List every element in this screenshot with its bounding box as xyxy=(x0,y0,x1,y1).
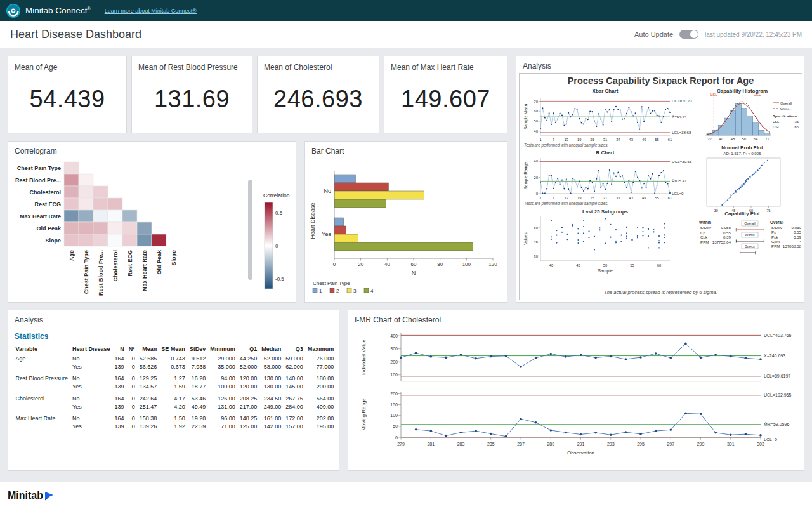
svg-text:150: 150 xyxy=(390,402,398,407)
table-row: Yes1390134.571.5918.77100.00120.00130.00… xyxy=(13,383,336,391)
svg-text:299: 299 xyxy=(697,442,705,446)
svg-text:40: 40 xyxy=(534,159,538,163)
svg-text:UCL=403.766: UCL=403.766 xyxy=(764,333,792,338)
svg-text:37: 37 xyxy=(616,196,620,200)
svg-text:40: 40 xyxy=(719,137,723,141)
svg-text:PPM: PPM xyxy=(700,240,709,244)
svg-text:R Chart: R Chart xyxy=(596,150,615,155)
table-row: Max Heart RateNo1640158.381.5019.2096.00… xyxy=(13,411,336,423)
svg-text:7: 7 xyxy=(553,196,554,200)
svg-text:Rest Blood Pre...: Rest Blood Pre... xyxy=(98,250,104,296)
svg-text:UCL=39.66: UCL=39.66 xyxy=(672,159,692,164)
svg-text:31: 31 xyxy=(603,196,607,200)
svg-text:StDev: StDev xyxy=(771,225,783,230)
table-row: AgeNo164052.5850.7439.51229.00044.25052.… xyxy=(13,354,336,363)
svg-text:-0.5: -0.5 xyxy=(275,276,284,282)
minitab-connect-logo xyxy=(6,4,20,18)
correlogram-scrollbar[interactable] xyxy=(248,180,252,280)
svg-text:Sample Mean: Sample Mean xyxy=(523,104,528,129)
svg-text:301: 301 xyxy=(727,442,735,446)
svg-text:49: 49 xyxy=(642,138,646,142)
svg-text:9.039: 9.039 xyxy=(792,225,802,230)
svg-text:Moving Range: Moving Range xyxy=(361,398,367,431)
svg-text:1: 1 xyxy=(319,288,322,294)
svg-text:64: 64 xyxy=(754,137,758,141)
svg-text:281: 281 xyxy=(427,442,435,446)
svg-text:289: 289 xyxy=(547,442,554,446)
svg-text:LSL: LSL xyxy=(773,120,780,124)
svg-text:Ppk: Ppk xyxy=(771,235,779,239)
svg-text:Age: Age xyxy=(69,250,75,261)
svg-text:60: 60 xyxy=(657,263,661,267)
svg-text:Max Heart Rate: Max Heart Rate xyxy=(20,213,61,220)
svg-text:137752.64: 137752.64 xyxy=(712,240,731,244)
svg-text:20: 20 xyxy=(358,261,363,267)
auto-update-label: Auto Update xyxy=(634,30,673,38)
kpi-title: Mean of Max Heart Rate xyxy=(384,56,507,72)
svg-text:Cholesterol: Cholesterol xyxy=(112,250,119,282)
auto-update-toggle[interactable] xyxy=(679,30,698,39)
svg-text:N: N xyxy=(412,270,416,276)
svg-text:Slope: Slope xyxy=(45,237,61,244)
learn-more-link[interactable]: Learn more about Minitab Connect® xyxy=(105,8,197,14)
svg-text:287: 287 xyxy=(517,442,525,446)
svg-text:31: 31 xyxy=(603,138,607,142)
svg-text:61: 61 xyxy=(668,196,672,200)
svg-text:303: 303 xyxy=(757,442,764,446)
svg-text:Normal Prob Plot: Normal Prob Plot xyxy=(721,145,763,150)
svg-text:55: 55 xyxy=(630,263,634,267)
svg-text:0.5: 0.5 xyxy=(275,210,283,216)
last-updated-text: last updated 9/20/22, 12:45:23 PM xyxy=(705,31,802,38)
table-row: Yes139056.6260.6737.93835.00052.00058.00… xyxy=(13,362,336,371)
svg-text:4: 4 xyxy=(370,288,374,294)
table-row: Rest Blood PressureNo1640129.251.2716.20… xyxy=(13,371,336,383)
panel-title: Analysis xyxy=(516,56,804,70)
sixpack-chart: Process Capability Sixpack Report for Ag… xyxy=(519,73,802,303)
svg-text:285: 285 xyxy=(487,442,495,446)
svg-text:25: 25 xyxy=(590,196,594,200)
brand-name: Minitab Connect® xyxy=(25,6,91,15)
panel-title: Analysis xyxy=(8,310,339,324)
svg-text:137068.58: 137068.58 xyxy=(783,244,802,248)
svg-text:30: 30 xyxy=(714,209,718,213)
svg-text:Overall: Overall xyxy=(780,102,792,105)
svg-text:Chest Pain Type: Chest Pain Type xyxy=(313,281,350,286)
svg-text:Within: Within xyxy=(780,107,790,111)
page-header: Heart Disease Dashboard Auto Update last… xyxy=(0,21,812,48)
svg-text:60: 60 xyxy=(411,261,417,267)
svg-text:100: 100 xyxy=(390,413,398,418)
svg-text:293: 293 xyxy=(607,442,615,446)
svg-text:Within: Within xyxy=(699,220,711,225)
panel-title: Correlogram xyxy=(8,142,296,155)
svg-text:40: 40 xyxy=(384,261,390,267)
imr-chart: Individual Value100200300400UCL=403.766X… xyxy=(351,326,802,472)
svg-text:0.55: 0.55 xyxy=(794,230,802,234)
svg-text:Values: Values xyxy=(523,232,528,245)
svg-text:35: 35 xyxy=(795,120,799,124)
svg-text:100: 100 xyxy=(462,261,471,267)
svg-text:50: 50 xyxy=(603,263,607,267)
svg-text:56: 56 xyxy=(742,137,746,141)
svg-text:Yes: Yes xyxy=(322,231,331,237)
svg-text:32: 32 xyxy=(707,137,711,141)
svg-text:Cpm: Cpm xyxy=(771,239,780,244)
svg-text:The actual process spread is r: The actual process spread is represented… xyxy=(604,289,717,295)
svg-text:Chest Pain Type: Chest Pain Type xyxy=(83,250,89,294)
svg-text:48: 48 xyxy=(731,137,735,141)
svg-text:43: 43 xyxy=(629,138,633,142)
svg-text:Last 25 Subgroups: Last 25 Subgroups xyxy=(582,209,629,215)
analysis-sixpack-panel: Analysis Process Capability Sixpack Repo… xyxy=(516,56,804,303)
bar-chart: NoYesHeart Disease020406080100120NChest … xyxy=(305,157,508,305)
svg-text:USL: USL xyxy=(754,93,761,96)
kpi-card-mean-age: Mean of Age 54.439 xyxy=(8,56,127,133)
correlogram-panel: Correlogram Chest Pain TypeRest Blood Pr… xyxy=(8,141,296,303)
svg-text:3: 3 xyxy=(353,288,357,294)
svg-text:Tests are performed with unequ: Tests are performed with unequal sample … xyxy=(524,201,608,206)
svg-text:1: 1 xyxy=(539,196,541,200)
minitab-logo: Minitab xyxy=(8,490,54,501)
table-row: Yes1390139.261.9222.5971.00125.00142.001… xyxy=(13,423,336,431)
analysis-statistics-panel: Analysis Statistics VariableHeart Diseas… xyxy=(8,310,339,471)
dashboard-root: Minitab Connect® Learn more about Minita… xyxy=(0,0,812,509)
svg-text:Rest ECG: Rest ECG xyxy=(127,250,133,277)
svg-text:100: 100 xyxy=(390,373,398,377)
